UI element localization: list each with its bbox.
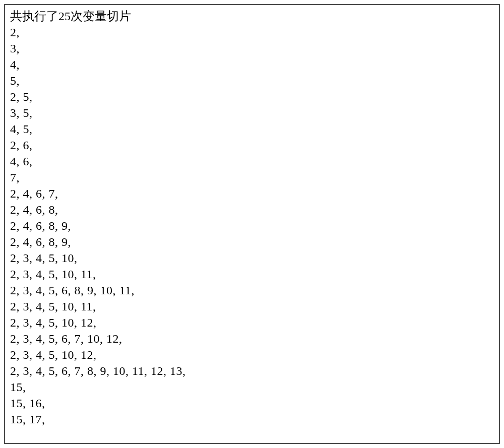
slice-line: 2, 3, 4, 5, 10, xyxy=(10,250,494,266)
slice-line: 2, 3, 4, 5, 10, 11, xyxy=(10,298,494,314)
slice-output-list: 2,3,4,5,2, 5,3, 5,4, 5,2, 6,4, 6,7,2, 4,… xyxy=(10,24,494,427)
slice-line: 5, xyxy=(10,73,494,89)
execution-header: 共执行了25次变量切片 xyxy=(10,8,494,24)
slice-line: 4, xyxy=(10,56,494,73)
slice-line: 15, 16, xyxy=(10,395,494,411)
slice-line: 15, xyxy=(10,379,494,395)
slice-line: 4, 6, xyxy=(10,153,494,169)
slice-line: 2, 4, 6, 8, xyxy=(10,202,494,218)
slice-line: 2, 5, xyxy=(10,89,494,105)
slice-line: 2, 3, 4, 5, 10, 12, xyxy=(10,347,494,363)
slice-line: 2, xyxy=(10,24,494,40)
slice-line: 2, 4, 6, 8, 9, xyxy=(10,234,494,250)
slice-line: 3, xyxy=(10,40,494,56)
slice-line: 2, 3, 4, 5, 6, 7, 10, 12, xyxy=(10,331,494,347)
slice-line: 2, 3, 4, 5, 6, 8, 9, 10, 11, xyxy=(10,282,494,298)
slice-line: 4, 5, xyxy=(10,121,494,137)
slice-line: 2, 3, 4, 5, 10, 11, xyxy=(10,266,494,282)
slice-line: 2, 4, 6, 7, xyxy=(10,185,494,202)
output-panel: 共执行了25次变量切片 2,3,4,5,2, 5,3, 5,4, 5,2, 6,… xyxy=(4,4,500,444)
slice-line: 2, 3, 4, 5, 6, 7, 8, 9, 10, 11, 12, 13, xyxy=(10,363,494,379)
slice-line: 2, 3, 4, 5, 10, 12, xyxy=(10,314,494,331)
slice-line: 3, 5, xyxy=(10,105,494,121)
slice-line: 2, 6, xyxy=(10,137,494,153)
slice-line: 2, 4, 6, 8, 9, xyxy=(10,218,494,234)
slice-line: 7, xyxy=(10,169,494,185)
slice-line: 15, 17, xyxy=(10,411,494,427)
